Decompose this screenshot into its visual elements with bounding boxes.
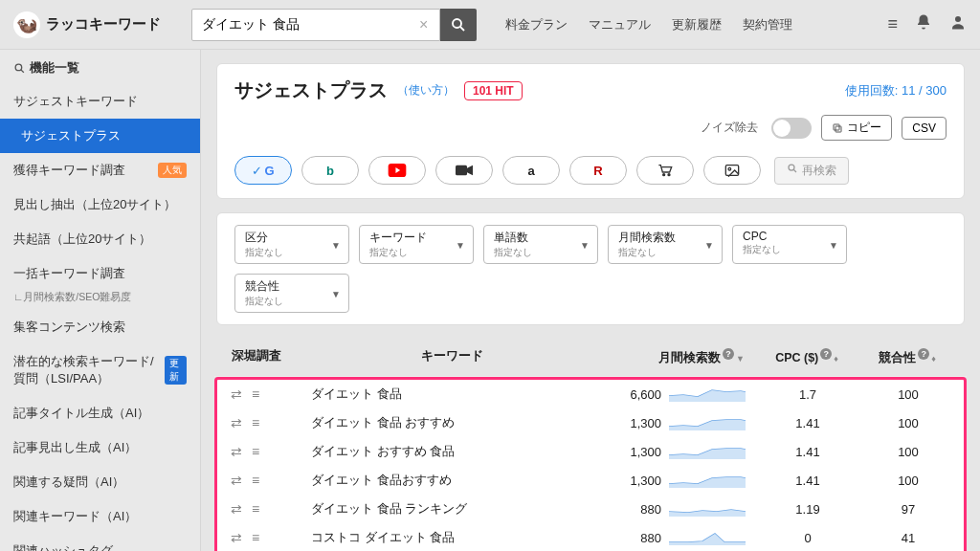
menu-icon[interactable]: ≡	[252, 386, 259, 402]
menu-icon[interactable]: ≡	[252, 501, 259, 517]
dig-icon[interactable]: ⇄	[231, 473, 242, 488]
research-button[interactable]: 再検索	[774, 157, 849, 185]
source-google[interactable]: ✓G	[234, 156, 292, 185]
youtube-icon	[388, 164, 407, 177]
cell-keyword[interactable]: ダイエット 食品おすすめ	[311, 472, 592, 489]
noise-toggle[interactable]	[771, 118, 812, 139]
cell-comp: 100	[860, 387, 956, 402]
sidebar-item[interactable]: 記事見出し生成（AI）	[0, 430, 200, 465]
sidebar-item[interactable]: 見出し抽出（上位20サイト）	[0, 187, 200, 222]
sidebar-item-label: サジェストプラス	[21, 127, 121, 144]
col-cpc-header[interactable]: CPC ($)?♦	[754, 348, 859, 366]
sidebar: 機能一覧 サジェストキーワードサジェストプラス獲得キーワード調査人気見出し抽出（…	[0, 50, 201, 551]
dig-icon[interactable]: ⇄	[231, 501, 242, 517]
cell-volume: 1,300	[608, 445, 661, 459]
sidebar-item[interactable]: 一括キーワード調査	[0, 256, 200, 291]
sidebar-item[interactable]: 共起語（上位20サイト）	[0, 222, 200, 256]
source-rakuten[interactable]: R	[569, 156, 627, 185]
source-video[interactable]	[435, 156, 493, 185]
search-input[interactable]	[191, 9, 440, 41]
filter-select[interactable]: 単語数指定なし▼	[483, 225, 598, 264]
menu-icon[interactable]: ≡	[252, 473, 259, 488]
csv-button[interactable]: CSV	[902, 117, 947, 140]
cell-volume: 1,300	[608, 416, 661, 430]
source-image[interactable]	[703, 156, 761, 185]
svg-rect-5	[835, 126, 841, 132]
nav-changelog[interactable]: 更新履歴	[672, 16, 722, 33]
sidebar-head-label: 機能一覧	[30, 59, 79, 77]
filter-select[interactable]: 区分指定なし▼	[234, 225, 349, 264]
brand-logo[interactable]: 🦦 ラッコキーワード	[13, 11, 161, 38]
main-content: サジェストプラス （使い方） 101 HIT 使用回数: 11 / 300 ノイ…	[201, 50, 980, 551]
col-comp-header[interactable]: 競合性?♦	[859, 348, 955, 366]
cell-keyword[interactable]: ダイエット 食品 おすすめ	[311, 414, 592, 431]
copy-icon	[832, 122, 843, 134]
results-area: 深堀調査 キーワード 月間検索数?▼ CPC ($)?♦ 競合性?♦ ⇄≡ダイエ…	[201, 339, 980, 551]
nav-pricing[interactable]: 料金プラン	[505, 16, 568, 33]
cell-keyword[interactable]: ダイエット 食品 ランキング	[311, 500, 592, 518]
help-icon[interactable]: ?	[723, 348, 734, 360]
dig-icon[interactable]: ⇄	[231, 386, 242, 402]
sidebar-item[interactable]: 関連する疑問（AI）	[0, 465, 200, 499]
sidebar-item-label: 共起語（上位20サイト）	[13, 231, 151, 248]
sidebar-item[interactable]: 記事タイトル生成（AI）	[0, 396, 200, 430]
menu-icon[interactable]: ≡	[887, 14, 898, 34]
source-bing[interactable]: b	[301, 156, 359, 185]
bell-icon[interactable]	[915, 13, 932, 35]
cell-comp: 97	[860, 502, 956, 517]
results-table: ⇄≡ダイエット 食品6,6001.7100⇄≡ダイエット 食品 おすすめ1,30…	[214, 377, 967, 551]
menu-icon[interactable]: ≡	[252, 530, 259, 545]
cell-cpc: 1.41	[755, 474, 860, 488]
menu-icon[interactable]: ≡	[252, 415, 259, 430]
source-youtube[interactable]	[368, 156, 426, 185]
table-row: ⇄≡ダイエット 食品おすすめ1,3001.41100	[217, 466, 964, 495]
search-button[interactable]	[440, 9, 477, 41]
source-shopping[interactable]	[636, 156, 694, 185]
help-icon[interactable]: ?	[820, 348, 832, 360]
svg-line-4	[21, 69, 24, 72]
sidebar-sub: ∟月間検索数/SEO難易度	[0, 291, 200, 310]
filter-select[interactable]: CPC指定なし▼	[732, 225, 847, 264]
nav-manual[interactable]: マニュアル	[589, 16, 651, 33]
copy-button[interactable]: コピー	[821, 115, 892, 141]
sidebar-item-label: 記事タイトル生成（AI）	[13, 405, 149, 422]
cell-keyword[interactable]: ダイエット おすすめ 食品	[311, 443, 592, 460]
sidebar-item[interactable]: サジェストプラス	[0, 119, 200, 153]
source-row: ✓G b a R 再検索	[217, 150, 964, 198]
sidebar-item[interactable]: サジェストキーワード	[0, 84, 200, 119]
cell-keyword[interactable]: コストコ ダイエット 食品	[311, 529, 592, 546]
col-dig-header[interactable]: 深堀調査	[226, 348, 312, 366]
chevron-down-icon: ▼	[704, 239, 714, 250]
dig-icon[interactable]: ⇄	[231, 444, 242, 459]
sidebar-item[interactable]: 潜在的な検索キーワード/質問（LSI/PAA）更新	[0, 344, 200, 396]
col-keyword-header[interactable]: キーワード	[312, 348, 591, 366]
svg-point-9	[663, 174, 665, 176]
col-volume-header[interactable]: 月間検索数?▼	[591, 348, 754, 366]
filter-label: 区分	[245, 230, 341, 246]
menu-icon[interactable]: ≡	[252, 444, 259, 459]
filter-label: 競合性	[245, 278, 341, 295]
dig-icon[interactable]: ⇄	[231, 530, 242, 545]
filter-select[interactable]: 月間検索数指定なし▼	[608, 225, 723, 264]
sparkline	[669, 473, 746, 488]
clear-icon[interactable]: ×	[419, 16, 438, 33]
nav-contract[interactable]: 契約管理	[743, 16, 792, 33]
cell-cpc: 1.41	[755, 445, 860, 459]
user-icon[interactable]	[949, 13, 967, 35]
source-amazon[interactable]: a	[502, 156, 560, 185]
cart-icon	[657, 164, 673, 177]
sidebar-item[interactable]: 獲得キーワード調査人気	[0, 153, 200, 187]
sidebar-item[interactable]: 集客コンテンツ検索	[0, 310, 200, 344]
filter-select[interactable]: キーワード指定なし▼	[359, 225, 474, 264]
cell-keyword[interactable]: ダイエット 食品	[311, 386, 592, 403]
dig-icon[interactable]: ⇄	[231, 415, 242, 430]
noise-label: ノイズ除去	[701, 120, 758, 136]
table-row: ⇄≡ダイエット 食品 ランキング8801.1997	[217, 495, 964, 523]
filter-select[interactable]: 競合性指定なし▼	[234, 274, 349, 313]
search-icon	[450, 16, 467, 33]
chevron-down-icon: ▼	[331, 239, 341, 250]
sidebar-item[interactable]: 関連ハッシュタグ	[0, 534, 200, 551]
help-icon[interactable]: ?	[918, 348, 929, 360]
sidebar-item[interactable]: 関連キーワード（AI）	[0, 499, 200, 534]
usage-link[interactable]: （使い方）	[397, 82, 455, 99]
